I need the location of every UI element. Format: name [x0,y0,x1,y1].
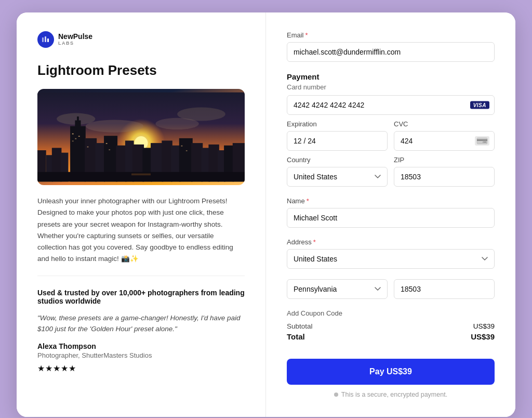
zip-input[interactable] [394,167,495,187]
right-panel: Email * Payment Card number VISA Expirat… [266,12,515,417]
svg-rect-2 [47,38,49,42]
total-row: Total US$39 [287,332,495,341]
state-select[interactable]: Pennsylvania New York California [287,279,388,299]
subtotal-row: Subtotal US$39 [287,322,495,330]
svg-rect-42 [181,146,183,147]
total-label: Total [287,332,305,341]
state-col: Pennsylvania New York California [287,279,388,299]
card-number-label: Card number [287,83,495,91]
brand-text: NewPulse LABS [58,33,92,46]
email-label: Email * [287,31,495,39]
product-image [37,89,245,185]
svg-point-8 [86,120,143,133]
pay-button[interactable]: Pay US$39 [287,359,495,385]
cvc-icon: CVC [475,136,489,146]
svg-rect-39 [87,147,89,148]
svg-rect-43 [186,150,188,151]
payment-section-title: Payment [287,72,495,81]
lock-icon [334,393,338,397]
secure-note: This is a secure, encrypted payment. [287,391,495,398]
country-col: Country United States Canada United King… [287,156,388,187]
expiry-cvc-row: Expiration CVC CVC [287,120,495,151]
summary-section: Add Coupon Code Subtotal US$39 Total US$… [287,309,495,341]
svg-rect-1 [45,36,46,42]
brand-name: NewPulse [58,33,92,41]
testimonial-role: Photographer, ShutterMasters Studios [37,351,245,359]
email-section: Email * [287,31,495,62]
brand-sub: LABS [58,41,92,46]
name-section: Name * [287,197,495,228]
product-description: Unleash your inner photographer with our… [37,195,245,276]
star-rating: ★★★★★ [37,363,245,373]
zip-col: ZIP [394,156,495,187]
svg-rect-0 [42,37,44,42]
email-required: * [305,31,308,39]
expiry-input[interactable] [287,131,388,151]
address-zip-col [394,279,495,299]
cvc-label: CVC [394,120,495,128]
testimonial-quote: "Wow, these presets are a game-changer! … [37,312,245,335]
name-required: * [307,197,309,205]
email-input[interactable] [287,42,495,62]
svg-text:CVC: CVC [483,141,487,143]
state-zip-row: Pennsylvania New York California [287,279,495,299]
brand-logo [37,31,54,48]
svg-rect-41 [109,149,110,150]
brand-header: NewPulse LABS [37,31,245,48]
svg-rect-35 [72,134,74,135]
svg-rect-44 [131,174,151,176]
subtotal-label: Subtotal [287,322,313,330]
svg-rect-36 [75,138,76,139]
country-select[interactable]: United States Canada United Kingdom [287,167,388,187]
address-country-select[interactable]: United States Canada [287,249,495,269]
address-label: Address * [287,238,495,246]
zip-label: ZIP [394,156,495,164]
address-zip-input[interactable] [394,279,495,299]
left-panel: NewPulse LABS Lightroom Presets [17,12,266,417]
social-proof-heading: Used & trusted by over 10,000+ photograp… [37,289,245,305]
subtotal-value: US$39 [473,322,495,330]
total-value: US$39 [471,332,495,341]
address-required: * [313,238,316,246]
expiry-col: Expiration [287,120,388,151]
cvc-wrapper: CVC [394,131,495,151]
country-label: Country [287,156,388,164]
svg-point-9 [155,118,199,129]
country-zip-row: Country United States Canada United King… [287,156,495,187]
svg-rect-40 [106,143,108,144]
name-label: Name * [287,197,495,205]
svg-rect-16 [77,116,79,122]
coupon-link[interactable]: Add Coupon Code [287,309,495,317]
testimonial-author: Alexa Thompson [37,342,245,350]
card-number-input[interactable] [287,95,495,115]
checkout-card: NewPulse LABS Lightroom Presets [17,12,515,417]
expiry-label: Expiration [287,120,388,128]
address-section: Address * United States Canada Pennsylva… [287,238,495,299]
card-number-wrapper: VISA [287,95,495,115]
visa-badge: VISA [470,101,489,109]
svg-rect-37 [78,136,80,137]
payment-section: Payment Card number VISA Expiration CVC [287,72,495,187]
cvc-col: CVC CVC [394,120,495,151]
product-title: Lightroom Presets [37,62,245,79]
name-input[interactable] [287,208,495,228]
svg-rect-38 [72,140,74,141]
